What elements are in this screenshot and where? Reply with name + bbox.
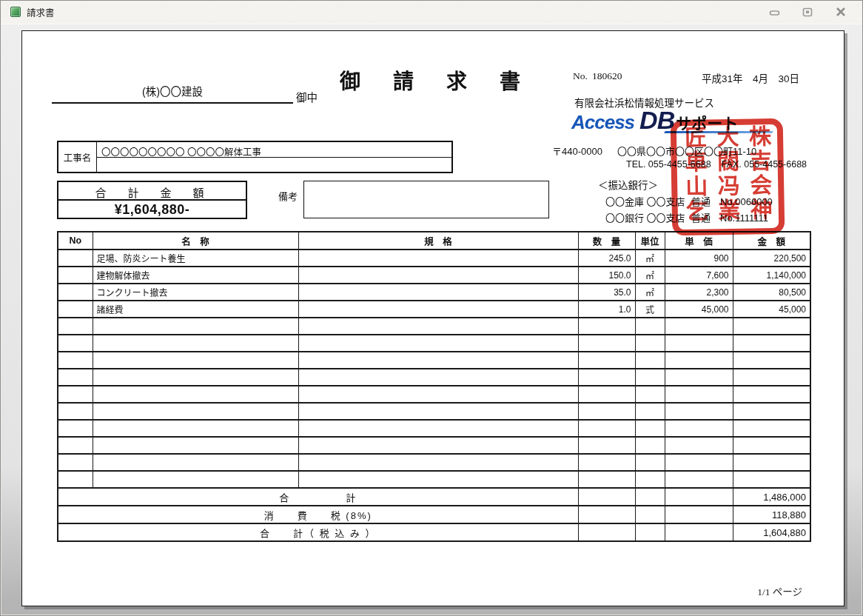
table-header-row: No 名 称 規 格 数 量 単位 単 価 金 額: [58, 232, 810, 250]
empty-cell: [733, 335, 810, 352]
empty-cell: [298, 403, 578, 420]
table-empty-row: [58, 386, 810, 403]
cell-name: コンクリート撤去: [93, 284, 298, 301]
grand-total-box: 合 計 金 額 ¥1,604,880-: [57, 181, 247, 219]
empty-cell: [635, 369, 665, 386]
bank-account: 普通 No.0066000: [691, 194, 773, 208]
empty-cell: [578, 352, 635, 369]
header-no: No: [58, 232, 93, 250]
empty-cell: [93, 437, 298, 454]
grand-total-amount: ¥1,604,880-: [58, 201, 246, 218]
project-name-content: 〇〇〇〇〇〇〇〇〇 〇〇〇〇解体工事: [97, 142, 451, 172]
empty-cell: [93, 454, 298, 471]
cell-amount: 1,140,000: [733, 267, 810, 284]
empty-cell: [578, 369, 635, 386]
empty-cell: [578, 420, 635, 437]
cell-name: 諸経費: [93, 301, 298, 318]
table-empty-rows: [58, 318, 810, 488]
cell-spec: [298, 284, 578, 301]
empty-cell: [93, 335, 298, 352]
cell-price: 7,600: [665, 267, 733, 284]
empty-cell: [298, 369, 578, 386]
empty-cell: [733, 386, 810, 403]
empty-cell: [635, 335, 665, 352]
empty-cell: [93, 403, 298, 420]
close-icon[interactable]: [834, 7, 847, 17]
cell-price: 45,000: [665, 301, 733, 318]
report-view-area: (株)〇〇建設 御中 御 請 求 書 No.180620 平成31年 4月 30…: [1, 24, 862, 615]
cell-amount: 45,000: [733, 301, 810, 318]
empty-cell: [665, 454, 733, 471]
minimize-icon[interactable]: [768, 7, 781, 17]
restore-icon[interactable]: [801, 7, 814, 17]
empty-cell: [733, 471, 810, 488]
empty-cell: [58, 420, 93, 437]
empty-cell: [733, 454, 810, 471]
cell-price: 900: [665, 250, 733, 267]
bank-name: 〇〇銀行 〇〇支店: [605, 210, 685, 224]
cell-unit: ㎡: [635, 284, 665, 301]
project-name-label: 工事名: [58, 142, 97, 172]
issuer-postal-code: 〒440-0000: [552, 144, 602, 158]
table-empty-row: [58, 318, 810, 335]
empty-cell: [665, 318, 733, 335]
item-row: コンクリート撤去 35.0 ㎡ 2,300 80,500: [58, 284, 810, 301]
empty-cell: [665, 403, 733, 420]
empty-cell: [298, 352, 578, 369]
empty-cell: [635, 523, 665, 541]
bank-name: 〇〇金庫 〇〇支店: [605, 194, 685, 208]
empty-cell: [665, 352, 733, 369]
header-qty: 数 量: [578, 232, 635, 250]
invoice-number: 180620: [592, 70, 622, 81]
customer-name: (株)〇〇建設: [52, 83, 293, 104]
subtotal-amount: 1,486,000: [733, 488, 810, 506]
window-titlebar[interactable]: 請求書: [1, 1, 862, 23]
empty-cell: [298, 335, 578, 352]
invoice-title: 御 請 求 書: [318, 65, 548, 95]
cell-unit: 式: [635, 301, 665, 318]
empty-cell: [578, 454, 635, 471]
cell-unit: ㎡: [635, 250, 665, 267]
logo-support-text: サポート: [676, 111, 738, 133]
line-items-table: No 名 称 規 格 数 量 単位 単 価 金 額 足場、防炎シート養生 2: [57, 231, 811, 542]
empty-cell: [93, 386, 298, 403]
grand-total-row-amount: 1,604,880: [733, 523, 810, 541]
empty-cell: [733, 403, 810, 420]
table-empty-row: [58, 335, 810, 352]
page-indicator: 1/1 ページ: [757, 583, 802, 598]
invoice-number-line: No.180620: [573, 70, 622, 82]
table-empty-row: [58, 352, 810, 369]
cell-spec: [298, 250, 578, 267]
empty-cell: [665, 488, 733, 506]
empty-cell: [665, 523, 733, 541]
empty-cell: [58, 318, 93, 335]
empty-cell: [665, 369, 733, 386]
issuer-tel: TEL. 055-4455-6688: [626, 159, 711, 170]
empty-cell: [298, 420, 578, 437]
cell-no: [58, 284, 93, 301]
empty-cell: [733, 318, 810, 335]
empty-cell: [578, 318, 635, 335]
empty-cell: [93, 369, 298, 386]
report-window: 請求書 (株)〇〇建設 御中 御 請 求 書 No.180620 平成31年 4…: [0, 0, 863, 616]
empty-cell: [58, 437, 93, 454]
empty-cell: [665, 471, 733, 488]
empty-cell: [578, 506, 635, 523]
empty-cell: [58, 386, 93, 403]
empty-cell: [635, 420, 665, 437]
empty-cell: [298, 454, 578, 471]
empty-cell: [635, 437, 665, 454]
table-empty-row: [58, 471, 810, 488]
empty-cell: [298, 386, 578, 403]
empty-cell: [635, 506, 665, 523]
header-spec: 規 格: [298, 232, 578, 250]
cell-spec: [298, 267, 578, 284]
empty-cell: [93, 471, 298, 488]
empty-cell: [665, 386, 733, 403]
cell-no: [58, 250, 93, 267]
bank-section-heading: ＜振込銀行＞: [598, 177, 658, 192]
project-name-line2: [97, 158, 451, 172]
window-controls: [768, 7, 847, 17]
cell-name: 足場、防炎シート養生: [93, 250, 298, 267]
cell-qty: 35.0: [578, 284, 635, 301]
